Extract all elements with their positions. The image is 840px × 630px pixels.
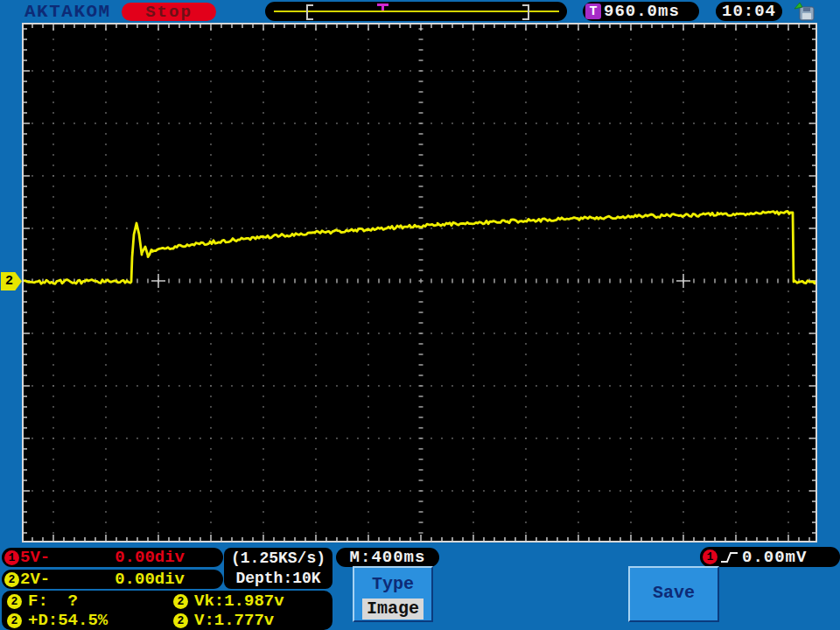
channel2-badge: 2 <box>173 613 188 628</box>
run-stop-label: Stop <box>145 3 192 22</box>
clock-readout: 10:04 <box>716 2 782 21</box>
trigger-position-icon-stem <box>382 6 384 10</box>
channel1-scale: 5V- <box>20 548 50 567</box>
display-area <box>22 23 817 542</box>
measurement-value: +D:54.5% <box>28 611 108 630</box>
channel2-badge: 2 <box>173 594 188 609</box>
measurement-voltage: 2 V:1.777v <box>168 611 332 630</box>
measurement-value: V:1.777v <box>194 611 274 630</box>
run-stop-status[interactable]: Stop <box>122 3 216 21</box>
channel2-badge: 2 <box>4 572 19 587</box>
measurement-frequency: 2 F: ? <box>2 592 168 611</box>
window-bracket-left-icon <box>306 4 313 20</box>
acquisition-readout: (1.25KS/s) Depth:10K <box>224 548 332 589</box>
trigger-t-icon: T <box>585 4 601 19</box>
save-button[interactable]: Save <box>628 566 719 622</box>
sample-rate: (1.25KS/s) <box>231 549 326 569</box>
channel2-position-marker[interactable]: 2 <box>1 272 22 290</box>
measurement-value: Vk:1.987v <box>194 592 284 611</box>
brand-logo: AKTAKOM <box>24 2 111 22</box>
graticule <box>24 24 816 541</box>
channel2-scale: 2V- <box>20 570 50 589</box>
measurement-value: F: ? <box>28 592 78 611</box>
channel1-position: 0.00div <box>115 548 185 567</box>
timebase-readout: M:400ms <box>336 548 439 567</box>
channel2-badge: 2 <box>7 594 22 609</box>
trigger-source-badge: 1 <box>703 550 718 564</box>
measurement-vk: 2 Vk:1.987v <box>168 592 332 611</box>
channel2-badge: 2 <box>7 613 22 628</box>
channel1-readout: 1 5V- 0.00div <box>2 548 223 567</box>
trigger-level-readout: 1 0.00mV <box>700 547 840 567</box>
measurement-duty: 2 +D:54.5% <box>2 611 168 630</box>
clock-value: 10:04 <box>722 2 776 21</box>
timebase-value: M:400ms <box>350 548 426 567</box>
memory-window-line <box>274 10 559 12</box>
trigger-position-bar <box>265 2 567 21</box>
trigger-level-value: 0.00mV <box>742 548 807 567</box>
memory-depth: Depth:10K <box>235 569 320 589</box>
type-menu-button[interactable]: Type Image <box>353 566 433 622</box>
channel1-badge: 1 <box>4 550 19 565</box>
type-label: Type <box>354 574 431 594</box>
measurements-panel: 2 F: ? 2 Vk:1.987v 2 +D:54.5% 2 V:1.777v <box>2 591 332 630</box>
oscilloscope-ui: AKTAKOM Stop T 960.0ms 10:04 2 1 5V- 0.0… <box>0 0 840 630</box>
trigger-delay-readout: T 960.0ms <box>583 2 699 21</box>
usb-disk-icon <box>793 1 817 22</box>
type-selected-value[interactable]: Image <box>362 598 424 620</box>
waveform-canvas <box>24 24 816 541</box>
ch2-trace <box>24 211 816 284</box>
window-bracket-right-icon <box>522 4 529 20</box>
channel2-readout: 2 2V- 0.00div <box>2 570 223 589</box>
trigger-delay-value: 960.0ms <box>604 2 680 21</box>
rising-edge-icon <box>720 550 739 564</box>
channel2-position: 0.00div <box>115 570 185 589</box>
channel2-position-label: 2 <box>5 274 13 289</box>
